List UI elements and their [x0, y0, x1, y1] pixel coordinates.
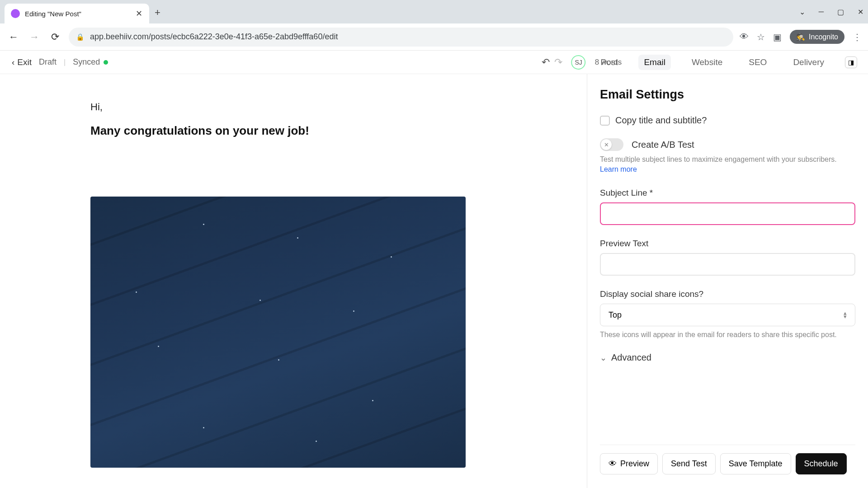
window-controls: ⌄ ─ ▢ ✕ [799, 0, 863, 23]
extensions-icon[interactable]: ▣ [773, 32, 782, 42]
preview-button[interactable]: 👁 Preview [600, 453, 658, 474]
minimize-icon[interactable]: ─ [819, 8, 824, 16]
tabs-dropdown-icon[interactable]: ⌄ [799, 8, 805, 16]
save-template-button[interactable]: Save Template [720, 453, 791, 474]
exit-button[interactable]: ‹ Exit [12, 57, 32, 67]
subject-line-label: Subject Line * [600, 188, 855, 198]
close-icon[interactable]: ✕ [135, 9, 143, 18]
incognito-icon: 🕵 [796, 33, 805, 41]
reload-button[interactable]: ⟳ [48, 30, 62, 44]
incognito-badge[interactable]: 🕵 Incognito [790, 30, 844, 44]
sync-status: Synced [73, 57, 108, 67]
ab-test-label: Create A/B Test [632, 140, 694, 150]
preview-text-label: Preview Text [600, 239, 855, 249]
ab-test-toggle[interactable]: ✕ [600, 138, 623, 151]
schedule-button[interactable]: Schedule [796, 453, 847, 474]
editor-heading[interactable]: Many congratulations on your new job! [90, 124, 496, 138]
address-bar: ← → ⟳ 🔒 app.beehiiv.com/posts/ecbc6a222-… [0, 23, 868, 51]
undo-button[interactable]: ↶ [542, 56, 550, 68]
ab-test-desc: Test multiple subject lines to maximize … [600, 155, 855, 164]
chevron-left-icon: ‹ [12, 57, 14, 67]
url-text: app.beehiiv.com/posts/ecbc6a222-3e0e-41f… [90, 32, 338, 42]
preview-text-input[interactable] [600, 253, 855, 276]
app-header: ‹ Exit Draft | Synced ↶ ↷ SJ 8 words Pos… [0, 51, 868, 74]
tab-post[interactable]: Post [595, 55, 623, 70]
eye-off-icon[interactable]: 👁 [740, 32, 749, 42]
new-tab-button[interactable]: + [155, 7, 160, 19]
lock-icon: 🔒 [76, 33, 85, 41]
copy-title-label: Copy title and subtitle? [615, 115, 707, 126]
subject-line-input[interactable] [600, 202, 855, 225]
editor-area[interactable]: Hi, Many congratulations on your new job… [0, 74, 587, 488]
favicon-icon [11, 9, 20, 18]
toggle-knob: ✕ [601, 139, 612, 150]
avatar[interactable]: SJ [571, 55, 586, 70]
panel-title: Email Settings [600, 88, 855, 102]
redo-button[interactable]: ↷ [554, 56, 562, 68]
advanced-toggle[interactable]: ⌄ Advanced [600, 352, 855, 363]
social-icons-label: Display social share icons? [600, 289, 855, 299]
close-window-icon[interactable]: ✕ [858, 8, 863, 16]
draft-status: Draft [39, 57, 57, 67]
editor-paragraph[interactable]: Hi, [90, 101, 496, 113]
editor-image[interactable] [90, 197, 466, 468]
tab-delivery[interactable]: Delivery [788, 55, 830, 70]
select-arrows-icon: ▴▾ [844, 311, 847, 319]
panel-footer: 👁 Preview Send Test Save Template Schedu… [600, 445, 855, 474]
tab-title: Editing "New Post" [25, 10, 130, 18]
forward-button[interactable]: → [27, 30, 42, 44]
social-icons-select[interactable]: Top ▴▾ [600, 304, 855, 326]
bookmark-icon[interactable]: ☆ [757, 32, 765, 42]
back-button[interactable]: ← [6, 30, 21, 44]
sync-dot-icon [104, 60, 108, 65]
send-test-button[interactable]: Send Test [662, 453, 716, 474]
maximize-icon[interactable]: ▢ [837, 8, 844, 16]
eye-icon: 👁 [609, 459, 617, 469]
menu-icon[interactable]: ⋮ [853, 32, 862, 42]
copy-title-checkbox[interactable] [600, 116, 610, 126]
url-input[interactable]: 🔒 app.beehiiv.com/posts/ecbc6a222-3e0e-4… [69, 28, 733, 47]
browser-tab-strip: Editing "New Post" ✕ + ⌄ ─ ▢ ✕ [0, 0, 868, 23]
email-settings-panel: Email Settings Copy title and subtitle? … [587, 74, 868, 488]
learn-more-link[interactable]: Learn more [600, 165, 637, 174]
browser-tab[interactable]: Editing "New Post" ✕ [5, 4, 149, 23]
chevron-down-icon: ⌄ [600, 353, 607, 363]
social-icons-desc: These icons will appear in the email for… [600, 331, 855, 339]
panel-toggle-icon[interactable]: ◨ [845, 56, 857, 68]
tab-website[interactable]: Website [686, 55, 728, 70]
tab-email[interactable]: Email [638, 55, 671, 70]
tab-seo[interactable]: SEO [743, 55, 772, 70]
